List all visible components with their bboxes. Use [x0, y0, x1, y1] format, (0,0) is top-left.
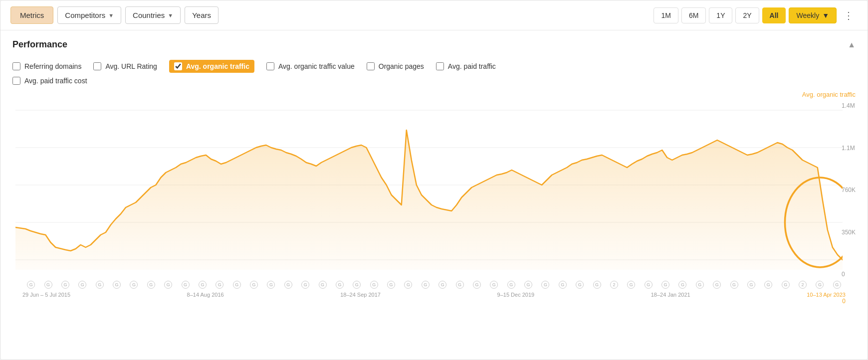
time-all-button[interactable]: All	[762, 7, 786, 23]
time-6m-button[interactable]: 6M	[681, 7, 706, 23]
years-button[interactable]: Years	[185, 6, 218, 24]
performance-title: Performance	[12, 39, 67, 50]
time-1m-button[interactable]: 1M	[653, 7, 678, 23]
checkbox-avg-url-rating[interactable]: Avg. URL Rating	[93, 62, 157, 70]
time-2y-button[interactable]: 2Y	[735, 7, 759, 23]
checkbox-organic-pages[interactable]: Organic pages	[367, 62, 424, 70]
checkboxes-row: Referring domains Avg. URL Rating Avg. o…	[0, 56, 868, 77]
weekly-dropdown-arrow: ▼	[822, 11, 829, 19]
weekly-button[interactable]: Weekly ▼	[789, 7, 837, 23]
x-axis-labels: 29 Jun – 5 Jul 2015 8–14 Aug 2016 18–24 …	[10, 290, 858, 298]
competitors-button[interactable]: Competitors ▼	[57, 6, 121, 24]
chart-legend: Avg. organic traffic	[0, 89, 868, 100]
checkbox-avg-organic-traffic[interactable]: Avg. organic traffic	[169, 60, 254, 73]
checkbox-avg-organic-traffic-value[interactable]: Avg. organic traffic value	[266, 62, 355, 70]
metrics-button[interactable]: Metrics	[10, 6, 53, 24]
time-1y-button[interactable]: 1Y	[709, 7, 732, 23]
y-axis: 1.4M 1.1M 760K 350K 0	[842, 100, 856, 280]
google-markers-row: G G G G G G G G G G G G G G G G G G G G …	[10, 280, 858, 290]
checkbox-avg-paid-traffic[interactable]: Avg. paid traffic	[436, 62, 496, 70]
collapse-button[interactable]: ▲	[848, 40, 856, 49]
more-options-button[interactable]: ⋮	[840, 7, 858, 23]
countries-dropdown-arrow: ▼	[168, 12, 173, 18]
chart-wrapper: 1.4M 1.1M 760K 350K 0	[10, 100, 858, 280]
competitors-dropdown-arrow: ▼	[108, 12, 114, 18]
countries-button[interactable]: Countries ▼	[125, 6, 181, 24]
x-axis-zero: 0	[10, 298, 858, 305]
checkbox-referring-domains[interactable]: Referring domains	[12, 62, 81, 70]
checkbox-avg-paid-traffic-cost[interactable]: Avg. paid traffic cost	[12, 77, 87, 85]
